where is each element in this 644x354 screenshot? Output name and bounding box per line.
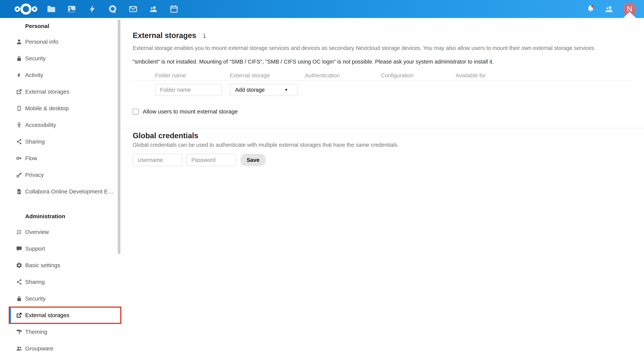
external-storage-description: External storage enables you to mount ex… (133, 45, 633, 51)
sidebar-item-groupware[interactable]: Groupware (0, 340, 121, 354)
folder-name-input[interactable] (155, 84, 222, 96)
mail-app-button[interactable] (128, 4, 138, 14)
sidebar-item-activity[interactable]: Activity (0, 67, 121, 83)
info-icon[interactable]: i (203, 32, 206, 39)
section-divider (122, 128, 644, 128)
paint-roller-icon (16, 329, 22, 335)
people-icon (16, 345, 22, 352)
sidebar-item-external-storages-admin[interactable]: External storages (0, 307, 121, 324)
phone-icon (16, 105, 22, 112)
sidebar-item-privacy[interactable]: Privacy (0, 167, 121, 183)
sidebar-item-label: Mobile & desktop (25, 105, 69, 112)
list-icon (16, 229, 22, 235)
main-content: External storages i External storage ena… (122, 18, 644, 354)
activity-app-button[interactable] (88, 4, 97, 14)
nextcloud-settings-page: N Personal Personal info Security Activi… (0, 0, 644, 354)
col-header-authentication: Authentication (305, 72, 381, 79)
sidebar-item-label: Sharing (25, 279, 45, 285)
lightning-icon (88, 4, 97, 14)
folder-icon (46, 4, 56, 14)
col-header-available-for: Available for (456, 72, 633, 79)
global-credentials-description: Global credentials can be used to authen… (133, 142, 633, 148)
app-launcher (46, 4, 179, 14)
sidebar-item-label: Support (25, 246, 45, 252)
files-app-button[interactable] (46, 4, 56, 14)
settings-popover-caret (623, 12, 636, 18)
allow-user-mount-checkbox[interactable] (133, 109, 138, 115)
page-title: External storages (133, 31, 196, 40)
sidebar-section-administration: Administration (0, 200, 121, 224)
smbclient-warning: "smbclient" is not installed. Mounting o… (133, 58, 633, 65)
sidebar-item-label: Sharing (25, 138, 45, 145)
save-button[interactable]: Save (240, 154, 266, 166)
sidebar-item-label: Security (25, 295, 46, 302)
talk-bubble-icon (108, 4, 117, 14)
add-storage-select[interactable]: Add storage ▼ (230, 84, 298, 96)
share-icon (16, 138, 22, 145)
allow-user-mount-row: Allow users to mount external storage (133, 108, 633, 115)
gear-icon (16, 262, 22, 269)
document-icon (16, 188, 22, 195)
global-credentials-form: Save (133, 154, 633, 166)
sidebar-item-overview[interactable]: Overview (0, 224, 121, 240)
accessibility-icon (16, 122, 22, 128)
sidebar-item-sharing-personal[interactable]: Sharing (0, 133, 121, 150)
external-link-icon (16, 88, 22, 95)
sidebar-item-label: Accessibility (25, 122, 56, 128)
settings-sidebar: Personal Personal info Security Activity… (0, 18, 122, 354)
sidebar-item-label: Activity (25, 72, 43, 78)
contacts-icon (149, 4, 158, 14)
talk-app-button[interactable] (108, 4, 117, 14)
unread-dot (591, 5, 594, 7)
sidebar-item-label: Security (25, 55, 46, 62)
sidebar-item-external-storages-personal[interactable]: External storages (0, 83, 121, 100)
sidebar-item-accessibility[interactable]: Accessibility (0, 117, 121, 133)
calendar-icon (169, 4, 179, 14)
contacts-icon (604, 4, 614, 14)
chevron-down-icon: ▼ (284, 88, 288, 92)
top-bar: N (0, 0, 644, 18)
col-header-configuration: Configuration (381, 72, 456, 79)
external-storages-table: Folder name External storage Authenticat… (133, 72, 633, 96)
flow-icon (16, 155, 22, 161)
sidebar-item-support[interactable]: Support (0, 240, 121, 257)
new-storage-row: Add storage ▼ (133, 84, 633, 96)
sidebar-item-label: External storages (25, 312, 69, 319)
calendar-app-button[interactable] (169, 4, 179, 14)
sidebar-item-label: Theming (25, 329, 47, 335)
password-input[interactable] (186, 154, 236, 166)
sidebar-scrollbar-thumb[interactable] (118, 19, 120, 254)
sidebar-item-security-personal[interactable]: Security (0, 50, 121, 67)
sidebar-item-label: Flow (25, 155, 37, 161)
lock-icon (16, 295, 22, 302)
table-header-row: Folder name External storage Authenticat… (133, 72, 633, 81)
photos-icon (67, 4, 76, 14)
sidebar-item-label: Groupware (25, 345, 53, 352)
allow-user-mount-label: Allow users to mount external storage (143, 108, 238, 115)
lock-icon (16, 55, 22, 62)
sidebar-item-collabora[interactable]: Collabora Online Development Edit… (0, 183, 121, 200)
external-link-icon (16, 312, 22, 319)
sidebar-item-label: Privacy (25, 172, 44, 178)
sidebar-item-sharing-admin[interactable]: Sharing (0, 274, 121, 290)
chat-icon (16, 246, 22, 252)
sidebar-item-personal-info[interactable]: Personal info (0, 33, 121, 50)
notifications-button[interactable] (586, 4, 596, 14)
sidebar-item-basic-settings[interactable]: Basic settings (0, 257, 121, 274)
contacts-menu-button[interactable] (604, 4, 614, 14)
sidebar-item-label: Basic settings (25, 262, 60, 269)
contacts-app-button[interactable] (149, 4, 158, 14)
sidebar-item-security-admin[interactable]: Security (0, 290, 121, 307)
sidebar-item-flow[interactable]: Flow (0, 150, 121, 167)
sidebar-item-mobile-desktop[interactable]: Mobile & desktop (0, 100, 121, 117)
sidebar-item-label: Overview (25, 229, 49, 235)
global-credentials-title: Global credentials (133, 131, 633, 140)
add-storage-select-label: Add storage (235, 87, 265, 93)
username-input[interactable] (133, 154, 182, 166)
sidebar-item-theming[interactable]: Theming (0, 324, 121, 340)
col-header-external-storage: External storage (230, 72, 305, 79)
sidebar-item-label: External storages (25, 88, 69, 95)
photos-app-button[interactable] (67, 4, 76, 14)
share-icon (16, 279, 22, 285)
nextcloud-logo[interactable] (14, 2, 38, 16)
